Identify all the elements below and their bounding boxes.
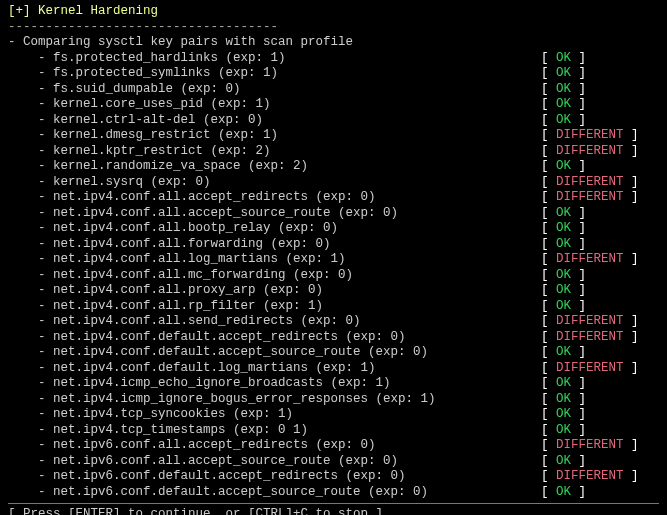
prompt-footer[interactable]: [ Press [ENTER] to continue, or [CTRL]+C… (8, 503, 659, 515)
list-item: - net.ipv6.conf.all.accept_redirects (ex… (8, 438, 659, 454)
list-item: - net.ipv6.conf.default.accept_redirects… (8, 469, 659, 485)
sysctl-key: - net.ipv6.conf.all.accept_source_route … (8, 454, 541, 470)
status-badge: [ OK ] (541, 299, 659, 315)
status-badge: [ OK ] (541, 221, 659, 237)
status-badge: [ DIFFERENT ] (541, 330, 659, 346)
list-item: - net.ipv4.conf.default.accept_source_ro… (8, 345, 659, 361)
sysctl-key: - net.ipv6.conf.default.accept_redirects… (8, 469, 541, 485)
list-item: - net.ipv6.conf.all.accept_source_route … (8, 454, 659, 470)
sysctl-key: - kernel.sysrq (exp: 0) (8, 175, 541, 191)
status-text: OK (556, 345, 571, 359)
sysctl-key: - net.ipv4.icmp_ignore_bogus_error_respo… (8, 392, 541, 408)
list-item: - net.ipv4.conf.default.accept_redirects… (8, 330, 659, 346)
status-text: OK (556, 376, 571, 390)
status-text: DIFFERENT (556, 330, 624, 344)
status-badge: [ OK ] (541, 97, 659, 113)
status-badge: [ OK ] (541, 82, 659, 98)
status-badge: [ OK ] (541, 345, 659, 361)
status-text: DIFFERENT (556, 314, 624, 328)
status-badge: [ DIFFERENT ] (541, 361, 659, 377)
status-text: DIFFERENT (556, 361, 624, 375)
header-separator: ------------------------------------ (8, 20, 659, 36)
status-text: OK (556, 159, 571, 173)
list-item: - kernel.core_uses_pid (exp: 1)[ OK ] (8, 97, 659, 113)
status-badge: [ OK ] (541, 206, 659, 222)
sysctl-key: - net.ipv4.conf.all.send_redirects (exp:… (8, 314, 541, 330)
status-badge: [ OK ] (541, 407, 659, 423)
list-item: - net.ipv4.conf.all.rp_filter (exp: 1)[ … (8, 299, 659, 315)
list-item: - kernel.dmesg_restrict (exp: 1)[ DIFFER… (8, 128, 659, 144)
list-item: - net.ipv4.conf.all.send_redirects (exp:… (8, 314, 659, 330)
list-item: - net.ipv4.conf.all.bootp_relay (exp: 0)… (8, 221, 659, 237)
sysctl-key: - fs.protected_symlinks (exp: 1) (8, 66, 541, 82)
sysctl-key: - net.ipv4.conf.all.bootp_relay (exp: 0) (8, 221, 541, 237)
sysctl-key: - net.ipv4.conf.all.accept_redirects (ex… (8, 190, 541, 206)
list-item: - net.ipv4.conf.all.log_martians (exp: 1… (8, 252, 659, 268)
sysctl-key: - kernel.kptr_restrict (exp: 2) (8, 144, 541, 160)
list-item: - net.ipv6.conf.default.accept_source_ro… (8, 485, 659, 501)
status-badge: [ DIFFERENT ] (541, 190, 659, 206)
status-text: DIFFERENT (556, 438, 624, 452)
status-text: OK (556, 485, 571, 499)
status-text: OK (556, 407, 571, 421)
status-badge: [ OK ] (541, 283, 659, 299)
status-badge: [ OK ] (541, 159, 659, 175)
list-item: - fs.protected_symlinks (exp: 1)[ OK ] (8, 66, 659, 82)
sysctl-key: - net.ipv4.conf.all.proxy_arp (exp: 0) (8, 283, 541, 299)
status-badge: [ OK ] (541, 485, 659, 501)
status-text: OK (556, 113, 571, 127)
status-text: OK (556, 268, 571, 282)
list-item: - net.ipv4.tcp_timestamps (exp: 0 1)[ OK… (8, 423, 659, 439)
status-badge: [ OK ] (541, 423, 659, 439)
status-text: DIFFERENT (556, 144, 624, 158)
status-text: DIFFERENT (556, 469, 624, 483)
status-text: OK (556, 283, 571, 297)
status-text: OK (556, 392, 571, 406)
status-badge: [ DIFFERENT ] (541, 438, 659, 454)
status-badge: [ OK ] (541, 392, 659, 408)
status-text: OK (556, 237, 571, 251)
status-text: OK (556, 299, 571, 313)
list-item: - net.ipv4.conf.all.accept_source_route … (8, 206, 659, 222)
status-badge: [ DIFFERENT ] (541, 314, 659, 330)
status-text: OK (556, 423, 571, 437)
sysctl-key: - net.ipv6.conf.default.accept_source_ro… (8, 485, 541, 501)
status-badge: [ OK ] (541, 268, 659, 284)
sysctl-key: - net.ipv4.tcp_syncookies (exp: 1) (8, 407, 541, 423)
sysctl-key: - kernel.dmesg_restrict (exp: 1) (8, 128, 541, 144)
sysctl-key: - net.ipv4.tcp_timestamps (exp: 0 1) (8, 423, 541, 439)
status-badge: [ OK ] (541, 113, 659, 129)
sysctl-key: - kernel.core_uses_pid (exp: 1) (8, 97, 541, 113)
sysctl-key: - net.ipv4.conf.default.accept_redirects… (8, 330, 541, 346)
status-text: DIFFERENT (556, 128, 624, 142)
status-text: OK (556, 454, 571, 468)
status-badge: [ OK ] (541, 237, 659, 253)
list-item: - net.ipv4.conf.all.proxy_arp (exp: 0)[ … (8, 283, 659, 299)
list-item: - net.ipv4.icmp_echo_ignore_broadcasts (… (8, 376, 659, 392)
list-item: - kernel.kptr_restrict (exp: 2)[ DIFFERE… (8, 144, 659, 160)
sysctl-key: - net.ipv4.conf.default.log_martians (ex… (8, 361, 541, 377)
status-badge: [ DIFFERENT ] (541, 175, 659, 191)
status-text: DIFFERENT (556, 175, 624, 189)
list-item: - net.ipv4.conf.all.forwarding (exp: 0)[… (8, 237, 659, 253)
status-badge: [ OK ] (541, 454, 659, 470)
list-item: - fs.protected_hardlinks (exp: 1)[ OK ] (8, 51, 659, 67)
list-item: - fs.suid_dumpable (exp: 0)[ OK ] (8, 82, 659, 98)
status-badge: [ DIFFERENT ] (541, 128, 659, 144)
list-item: - net.ipv4.icmp_ignore_bogus_error_respo… (8, 392, 659, 408)
list-item: - kernel.randomize_va_space (exp: 2)[ OK… (8, 159, 659, 175)
sysctl-key: - fs.suid_dumpable (exp: 0) (8, 82, 541, 98)
status-text: OK (556, 51, 571, 65)
status-badge: [ DIFFERENT ] (541, 469, 659, 485)
sysctl-key: - kernel.randomize_va_space (exp: 2) (8, 159, 541, 175)
status-badge: [ OK ] (541, 376, 659, 392)
subtitle: - Comparing sysctl key pairs with scan p… (8, 35, 659, 51)
list-item: - net.ipv4.tcp_syncookies (exp: 1)[ OK ] (8, 407, 659, 423)
status-text: DIFFERENT (556, 190, 624, 204)
status-text: OK (556, 82, 571, 96)
sysctl-key: - net.ipv4.conf.default.accept_source_ro… (8, 345, 541, 361)
status-text: OK (556, 66, 571, 80)
sysctl-key: - net.ipv4.conf.all.forwarding (exp: 0) (8, 237, 541, 253)
sysctl-key: - kernel.ctrl-alt-del (exp: 0) (8, 113, 541, 129)
status-badge: [ DIFFERENT ] (541, 144, 659, 160)
